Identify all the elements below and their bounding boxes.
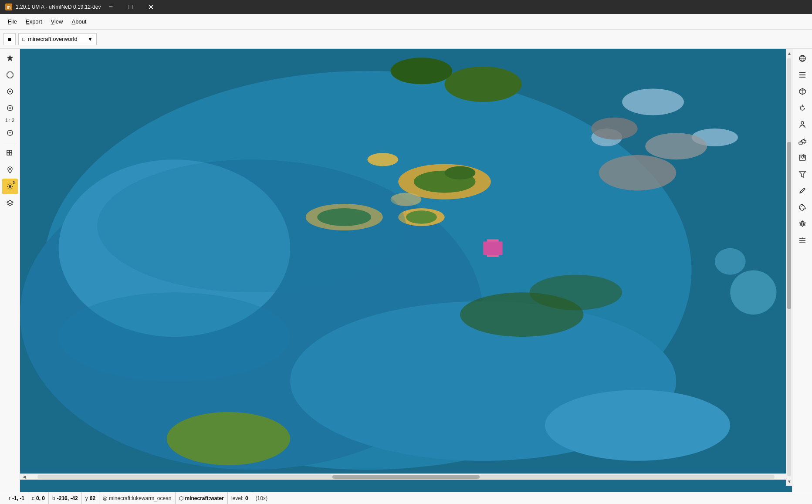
window-controls: − □ ✕: [101, 0, 161, 14]
svg-line-19: [11, 188, 12, 189]
refresh-tool-button[interactable]: [795, 100, 810, 116]
svg-point-75: [801, 206, 802, 207]
svg-point-48: [445, 67, 522, 102]
svg-point-27: [290, 301, 676, 461]
svg-point-76: [802, 205, 803, 206]
svg-point-52: [591, 118, 637, 140]
svg-point-50: [599, 155, 676, 190]
globe-tool-button[interactable]: [795, 51, 810, 66]
map-area[interactable]: [20, 49, 792, 492]
menu-export-label: Export: [26, 18, 42, 25]
svg-rect-62: [799, 77, 805, 78]
zoom-out-button[interactable]: [2, 125, 18, 141]
b-value: -216, -42: [57, 495, 78, 501]
list-tool-button[interactable]: [795, 67, 810, 83]
y-status: y 62: [82, 492, 99, 504]
svg-marker-0: [7, 72, 13, 78]
svg-point-66: [801, 122, 804, 124]
export-image-tool-button[interactable]: [795, 150, 810, 166]
menu-about[interactable]: About: [68, 17, 91, 27]
svg-point-30: [692, 129, 738, 146]
svg-point-46: [97, 159, 406, 292]
sun-tool-button[interactable]: 3: [2, 179, 18, 194]
svg-point-13: [9, 185, 11, 188]
grid-tool-button[interactable]: [2, 145, 18, 161]
maximize-button[interactable]: □: [121, 0, 141, 14]
scroll-left-arrow[interactable]: ◀: [20, 474, 29, 480]
svg-rect-61: [799, 74, 805, 75]
scroll-down-arrow[interactable]: ▼: [786, 477, 792, 486]
svg-rect-10: [7, 153, 9, 155]
dimension-dropdown[interactable]: □ minecraft:overworld ▼: [18, 33, 97, 45]
right-toolbar: [792, 49, 812, 492]
svg-point-71: [800, 156, 802, 158]
minimize-button[interactable]: −: [101, 0, 121, 14]
cube-tool-button[interactable]: [795, 84, 810, 99]
zoom-value: (10x): [256, 495, 267, 501]
window-title: 1.20.1 UM A - uNmINeD 0.19.12-dev: [16, 4, 101, 10]
svg-point-47: [59, 292, 291, 381]
cube-icon: [798, 88, 806, 95]
pencil-icon: [798, 187, 806, 195]
menu-view-label: View: [51, 18, 63, 25]
person-tool-button[interactable]: [795, 117, 810, 132]
map-terrain: [20, 49, 792, 492]
svg-point-28: [545, 390, 730, 461]
filter-tool-button[interactable]: [795, 166, 810, 182]
target-tool-button[interactable]: [2, 84, 18, 99]
svg-point-39: [367, 153, 398, 166]
pin-icon: [7, 55, 14, 62]
scroll-track[interactable]: [787, 58, 791, 476]
r-label: r: [9, 495, 10, 501]
y-label: y: [85, 495, 88, 501]
close-button[interactable]: ✕: [141, 0, 161, 14]
menubar: File Export View About: [0, 14, 812, 30]
location-tool-button[interactable]: [2, 162, 18, 178]
pin-tool-button[interactable]: [2, 51, 18, 66]
terrain-layers-tool-button[interactable]: [795, 233, 810, 248]
palette-icon: [798, 203, 806, 211]
svg-point-49: [391, 58, 453, 84]
person-icon: [798, 121, 806, 129]
vertical-scrollbar[interactable]: ▲ ▼: [786, 49, 792, 486]
location-icon: [7, 166, 14, 173]
layers-tool-button[interactable]: [2, 195, 18, 211]
hscroll-track[interactable]: [37, 475, 775, 479]
svg-point-32: [306, 204, 383, 230]
svg-point-29: [622, 89, 684, 115]
menu-file[interactable]: File: [3, 17, 21, 27]
svg-line-18: [8, 184, 9, 185]
share-tool-button[interactable]: [795, 133, 810, 149]
scroll-up-arrow[interactable]: ▲: [786, 49, 792, 58]
zoom-status: (10x): [252, 492, 271, 504]
svg-rect-69: [799, 142, 802, 144]
toolbar-square-button[interactable]: ■: [3, 33, 16, 45]
svg-point-51: [645, 133, 707, 159]
palette-tool-button[interactable]: [795, 200, 810, 215]
svg-rect-41: [487, 239, 499, 257]
scale-indicator: 1 : 2: [3, 117, 16, 124]
r-value: -1, -1: [12, 495, 24, 501]
list-icon: [798, 71, 806, 79]
svg-rect-60: [799, 72, 805, 73]
biome-value: minecraft:lukewarm_ocean: [109, 495, 171, 501]
menu-export[interactable]: Export: [21, 17, 47, 27]
circle-tool-button[interactable]: [2, 67, 18, 83]
block-coords-status: b -216, -42: [49, 492, 82, 504]
horizontal-scrollbar[interactable]: ◀ ▶: [20, 474, 792, 480]
block-value: minecraft:water: [185, 495, 224, 501]
scale-label: 1 : 2: [5, 118, 14, 123]
zoom-in-button[interactable]: [2, 100, 18, 116]
filter-icon: [798, 170, 806, 178]
dimension-label: minecraft:overworld: [28, 36, 77, 42]
pencil-tool-button[interactable]: [795, 183, 810, 199]
menu-view[interactable]: View: [47, 17, 68, 27]
svg-line-74: [804, 188, 805, 189]
settings-tool-button[interactable]: [795, 216, 810, 232]
scroll-thumb[interactable]: [787, 142, 791, 309]
svg-point-54: [715, 248, 746, 275]
app-icon: m: [5, 3, 12, 10]
hscroll-thumb[interactable]: [332, 475, 480, 479]
zoom-out-icon: [7, 129, 14, 136]
svg-point-2: [9, 91, 11, 92]
